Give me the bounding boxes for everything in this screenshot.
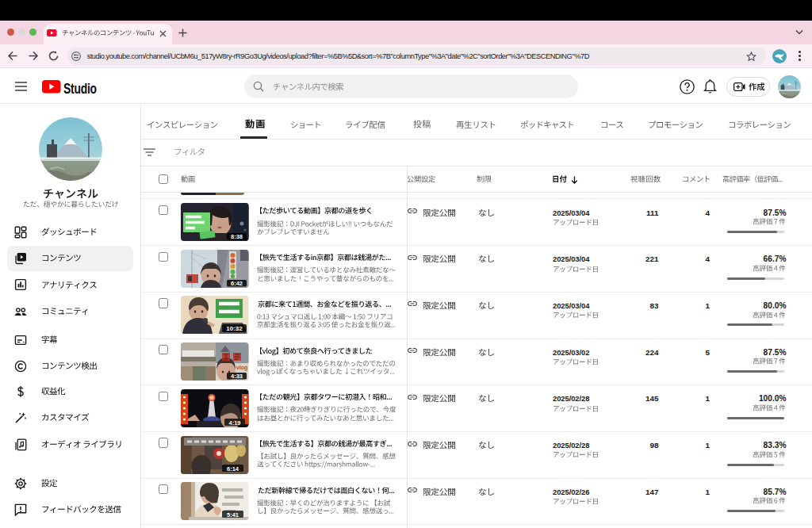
svg-text:4:19: 4:19 bbox=[228, 419, 240, 426]
svg-text:vlog: vlog bbox=[236, 365, 247, 371]
svg-text:10:32: 10:32 bbox=[226, 325, 243, 332]
svg-text:6:42: 6:42 bbox=[231, 280, 243, 287]
svg-text:4:33: 4:33 bbox=[231, 373, 243, 380]
svg-text:5:41: 5:41 bbox=[227, 511, 239, 518]
svg-text:6:14: 6:14 bbox=[227, 465, 239, 472]
svg-text:8:38: 8:38 bbox=[231, 233, 243, 240]
